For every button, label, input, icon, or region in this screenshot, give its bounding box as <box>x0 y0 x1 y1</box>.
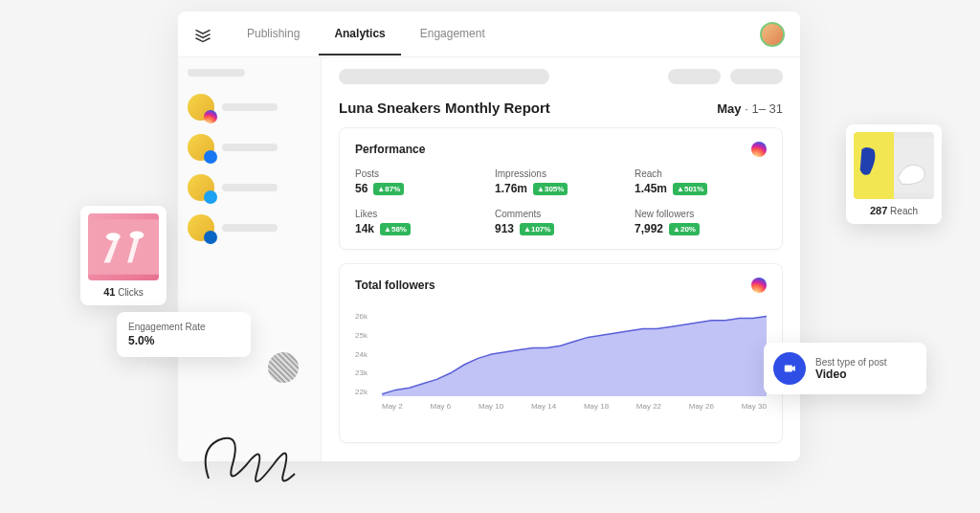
metric-likes: Likes14k▲58% <box>355 209 487 235</box>
facebook-icon <box>204 150 217 164</box>
best-post-label: Best type of post <box>815 357 887 368</box>
decorative-squiggle <box>199 412 304 498</box>
engagement-label: Engagement Rate <box>128 322 239 332</box>
metric-reach: Reach1.45m▲501% <box>635 168 767 195</box>
callout-best-post-card: Best type of post Video <box>764 343 926 394</box>
metric-posts: Posts56▲87% <box>355 168 487 195</box>
svg-rect-3 <box>854 138 894 194</box>
callout-clicks-text: 41 Clicks <box>88 286 159 298</box>
metrics-grid: Posts56▲87% Impressions1.76m▲305% Reach1… <box>355 168 767 235</box>
app-window: Publishing Analytics Engagement Luna Sne… <box>178 11 800 461</box>
instagram-icon <box>204 110 217 123</box>
svg-rect-5 <box>785 366 792 372</box>
sidebar-account-linkedin[interactable] <box>188 214 311 241</box>
chart-x-axis: May 2May 6May 10May 14May 18May 22May 26… <box>382 402 767 411</box>
followers-heading: Total followers <box>355 279 435 292</box>
tab-engagement[interactable]: Engagement <box>405 13 501 56</box>
svg-point-2 <box>130 232 145 239</box>
buffer-logo-icon <box>193 25 212 44</box>
callout-reach-thumbnail <box>854 132 934 199</box>
metric-impressions: Impressions1.76m▲305% <box>495 168 627 195</box>
sidebar <box>178 57 322 461</box>
chart-plot-area <box>382 312 767 396</box>
decorative-sphere <box>268 352 299 383</box>
svg-point-1 <box>106 233 121 240</box>
user-avatar[interactable] <box>760 22 785 47</box>
callout-reach-text: 287 Reach <box>854 205 934 216</box>
chart-y-axis: 26k25k24k23k22k <box>355 312 368 396</box>
linkedin-icon <box>204 231 217 244</box>
sidebar-account-twitter[interactable] <box>188 174 311 201</box>
callout-engagement-card: Engagement Rate 5.0% <box>117 312 251 357</box>
callout-clicks-card: 41 Clicks <box>80 206 167 305</box>
twitter-icon <box>204 190 217 204</box>
toolbar-skeleton <box>339 69 783 84</box>
callout-reach-card: 287 Reach <box>846 124 942 224</box>
sidebar-account-instagram[interactable] <box>188 94 311 121</box>
best-post-value: Video <box>815 368 887 381</box>
metric-new-followers: New followers7,992▲20% <box>635 209 767 235</box>
followers-chart: 26k25k24k23k22k May 2May 6May 10May 14Ma… <box>355 304 767 429</box>
svg-rect-0 <box>88 219 159 275</box>
callout-clicks-thumbnail <box>88 213 159 280</box>
performance-heading: Performance <box>355 143 425 156</box>
followers-chart-card: Total followers 26k25k24k23k22k May <box>339 263 783 443</box>
topbar: Publishing Analytics Engagement <box>178 11 800 57</box>
tab-analytics[interactable]: Analytics <box>319 13 400 56</box>
nav-tabs: Publishing Analytics Engagement <box>232 13 760 56</box>
engagement-value: 5.0% <box>128 334 239 347</box>
performance-card: Performance Posts56▲87% Impressions1.76m… <box>339 127 783 250</box>
video-post-icon <box>773 352 806 385</box>
report-title-row: Luna Sneakers Monthly Report May · 1– 31 <box>339 100 783 116</box>
metric-comments: Comments913▲107% <box>495 209 627 235</box>
report-date-range[interactable]: May · 1– 31 <box>717 101 783 116</box>
instagram-badge-icon <box>751 278 767 293</box>
tab-publishing[interactable]: Publishing <box>232 13 315 56</box>
app-body: Luna Sneakers Monthly Report May · 1– 31… <box>178 57 800 461</box>
main-content: Luna Sneakers Monthly Report May · 1– 31… <box>322 57 800 461</box>
instagram-badge-icon <box>751 142 767 157</box>
sidebar-skeleton <box>188 69 245 77</box>
report-title: Luna Sneakers Monthly Report <box>339 100 550 116</box>
sidebar-account-facebook[interactable] <box>188 134 311 161</box>
